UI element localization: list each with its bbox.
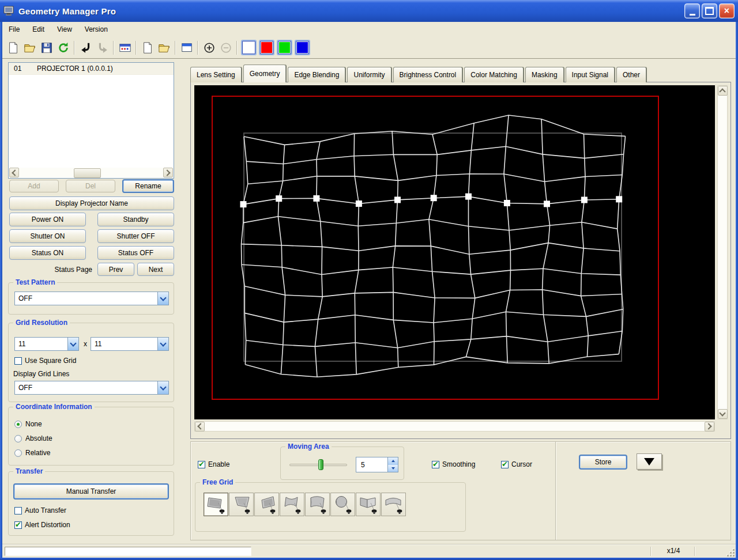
projector-list[interactable]: 01PROJECTOR 1 (0.0.0.1) — [8, 62, 174, 179]
save-icon[interactable] — [38, 39, 55, 56]
tab-edge-blending[interactable]: Edge Blending — [288, 67, 345, 82]
coordinate-radio-none[interactable]: None — [14, 420, 42, 428]
new-file-icon[interactable] — [5, 39, 21, 56]
red-screen-button[interactable] — [260, 41, 273, 54]
free-grid-corner-screen-button[interactable] — [356, 493, 381, 516]
free-grid-cylinder-concave-button[interactable] — [280, 493, 304, 516]
redo-icon[interactable] — [94, 39, 111, 56]
use-square-grid-checkbox[interactable]: Use Square Grid — [14, 357, 76, 365]
menu-view[interactable]: View — [51, 23, 78, 36]
grid-cols-dropdown-button[interactable] — [67, 338, 78, 350]
status-off-button[interactable]: Status OFF — [97, 246, 174, 260]
white-screen-button[interactable] — [242, 41, 255, 54]
scroll-left-button[interactable] — [195, 422, 205, 432]
manual-transfer-button[interactable]: Manual Transfer — [13, 483, 169, 500]
tab-color-matching[interactable]: Color Matching — [464, 67, 524, 82]
zoom-out-icon[interactable] — [217, 39, 234, 56]
display-grid-lines-select[interactable]: OFF — [14, 381, 169, 395]
status-page-prev-button[interactable]: Prev — [97, 263, 134, 276]
resize-grip[interactable] — [726, 548, 735, 557]
open-file-icon[interactable] — [21, 39, 38, 56]
grid-rows-select[interactable]: 11 — [91, 337, 169, 351]
canvas-hscrollbar[interactable] — [194, 421, 715, 432]
spin-up-button[interactable] — [388, 457, 398, 465]
blue-screen-button[interactable] — [296, 41, 309, 54]
spin-down-button[interactable] — [388, 465, 398, 472]
tab-masking[interactable]: Masking — [525, 67, 564, 82]
grid-cols-select[interactable]: 11 — [14, 337, 79, 351]
shutter-on-button[interactable]: Shutter ON — [9, 229, 86, 243]
standby-button[interactable]: Standby — [97, 213, 174, 226]
display-grid-lines-dropdown-button[interactable] — [157, 381, 168, 394]
test-pattern-dropdown-button[interactable] — [157, 292, 168, 305]
coordinate-radio-relative[interactable]: Relative — [14, 449, 50, 457]
refresh-icon[interactable] — [55, 39, 71, 56]
cursor-checkbox[interactable]: Cursor — [501, 460, 532, 468]
grid-control-point[interactable] — [465, 194, 472, 200]
scroll-thumb[interactable] — [74, 168, 101, 178]
slider-thumb[interactable] — [318, 459, 323, 470]
enable-checkbox[interactable]: Enable — [198, 460, 229, 468]
projector-list-item[interactable]: 01PROJECTOR 1 (0.0.0.1) — [9, 63, 174, 75]
grid-control-point[interactable] — [431, 195, 437, 201]
add-button[interactable]: Add — [9, 180, 59, 192]
tab-input-signal[interactable]: Input Signal — [566, 67, 615, 82]
free-grid-sphere-button[interactable] — [330, 493, 355, 516]
undo-icon[interactable] — [77, 39, 94, 56]
grid-control-point[interactable] — [356, 200, 362, 207]
zoom-in-icon[interactable] — [201, 39, 217, 56]
canvas-vscrollbar[interactable] — [717, 85, 728, 419]
tab-geometry[interactable]: Geometry — [243, 65, 287, 82]
power-on-button[interactable]: Power ON — [9, 213, 86, 226]
free-grid-curved-screen-button[interactable] — [381, 493, 406, 516]
scroll-up-button[interactable] — [718, 86, 728, 96]
free-grid-flat-screen-button[interactable] — [204, 493, 228, 516]
grid-control-point[interactable] — [240, 201, 247, 207]
free-grid-flat-screen-tilt-button[interactable] — [229, 493, 254, 516]
rename-button[interactable]: Rename — [122, 179, 174, 193]
tab-other[interactable]: Other — [616, 67, 646, 82]
shutter-off-button[interactable]: Shutter OFF — [97, 229, 174, 243]
grid-control-point[interactable] — [504, 200, 510, 206]
alert-distortion-checkbox[interactable]: Alert Distortion — [14, 521, 70, 529]
scroll-down-button[interactable] — [718, 409, 728, 419]
coordinate-radio-absolute[interactable]: Absolute — [14, 434, 52, 442]
scroll-left-button[interactable] — [9, 168, 19, 177]
auto-transfer-checkbox[interactable]: Auto Transfer — [14, 506, 66, 514]
open-window-icon[interactable] — [156, 39, 172, 56]
grid-control-point[interactable] — [616, 196, 622, 202]
tab-uniformity[interactable]: Uniformity — [347, 67, 391, 82]
tab-brightness-control[interactable]: Brightness Control — [393, 67, 463, 82]
menu-version[interactable]: Version — [78, 23, 114, 36]
moving-area-spinner[interactable]: 5 — [356, 457, 398, 472]
new-window-icon[interactable] — [139, 39, 156, 56]
close-button[interactable]: × — [719, 3, 735, 18]
tab-lens-setting[interactable]: Lens Setting — [190, 67, 242, 82]
store-button[interactable]: Store — [579, 455, 627, 470]
geometry-canvas[interactable] — [194, 85, 715, 419]
minimize-button[interactable] — [684, 3, 700, 18]
menu-file[interactable]: File — [2, 23, 26, 36]
window-icon[interactable] — [178, 39, 195, 56]
scroll-right-button[interactable] — [163, 168, 173, 177]
free-grid-cylinder-column-button[interactable] — [305, 493, 330, 516]
grid-control-point[interactable] — [581, 197, 588, 203]
grid-control-point[interactable] — [394, 196, 401, 203]
store-dropdown-button[interactable] — [637, 453, 662, 470]
status-page-next-button[interactable]: Next — [137, 263, 174, 276]
grid-control-point[interactable] — [276, 195, 282, 202]
maximize-button[interactable] — [702, 3, 717, 18]
status-on-button[interactable]: Status ON — [9, 246, 86, 260]
display-projector-name-button[interactable]: Display Projector Name — [9, 196, 174, 210]
menu-edit[interactable]: Edit — [26, 23, 51, 36]
grid-control-point[interactable] — [313, 195, 319, 202]
projector-list-hscrollbar[interactable] — [9, 168, 173, 177]
smoothing-checkbox[interactable]: Smoothing — [432, 460, 475, 468]
green-screen-button[interactable] — [278, 41, 291, 54]
grid-rows-dropdown-button[interactable] — [157, 338, 168, 350]
free-grid-screen-lean-back-button[interactable] — [254, 493, 279, 516]
projector-status-icon[interactable] — [116, 39, 133, 56]
del-button[interactable]: Del — [66, 180, 115, 192]
test-pattern-select[interactable]: OFF — [14, 292, 169, 305]
grid-control-point[interactable] — [544, 200, 550, 207]
